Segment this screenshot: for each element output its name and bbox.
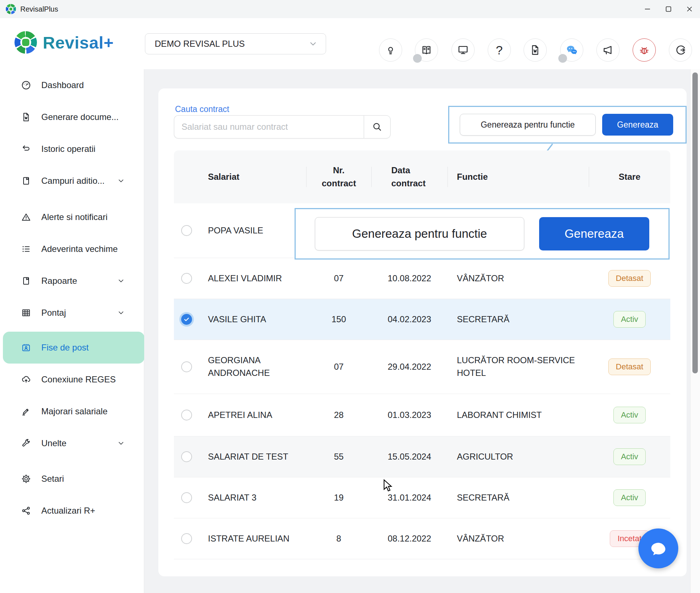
status-badge: Detasat	[608, 270, 651, 287]
sidebar-item-label: Adeverinta vechime	[41, 244, 118, 254]
actions-callout: Genereaza pentru functie Genereaza	[448, 106, 687, 144]
close-icon	[686, 5, 693, 13]
badge-icon	[21, 343, 31, 353]
chevron-down-icon	[308, 39, 318, 49]
sidebar-item-setari[interactable]: Setari	[0, 463, 144, 495]
list-icon	[21, 244, 31, 254]
sidebar-item-generare-docume[interactable]: Generare docume...	[0, 101, 144, 133]
table-row[interactable]: SALARIAT 3 19 31.01.2024 SECRETARĂ Activ	[174, 477, 670, 518]
notebook-icon	[21, 276, 31, 286]
table-header: Salariat Nr. contract Data contract Func…	[174, 150, 670, 203]
help-glyph: ?	[496, 43, 503, 57]
contracts-card: Cauta contract Genereaza pentru functie …	[158, 88, 687, 576]
docw-icon	[21, 112, 31, 122]
lightbulb-icon[interactable]	[379, 38, 402, 62]
table-row[interactable]: SALARIAT DE TEST 55 15.05.2024 AGRICULTO…	[174, 436, 670, 477]
table-row[interactable]: APETREI ALINA 28 01.03.2023 LABORANT CHI…	[174, 394, 670, 436]
table-row[interactable]: VASILE GHITA 150 04.02.2023 SECRETARĂ Ac…	[174, 299, 670, 340]
row-checkbox[interactable]	[181, 533, 192, 544]
revisal-logo-text: Revisal+	[43, 33, 114, 53]
employee-name: APETREI ALINA	[199, 409, 306, 422]
report-bug-icon[interactable]	[633, 38, 656, 62]
sidebar-item-conexiune-reges[interactable]: Conexiune REGES	[0, 364, 144, 395]
search-button[interactable]	[364, 115, 391, 138]
maximize-icon	[665, 5, 672, 13]
monitor-icon[interactable]	[451, 38, 475, 62]
sidebar-item-dashboard[interactable]: Dashboard	[0, 69, 144, 101]
brand: Revisal+	[14, 31, 114, 54]
employee-function: VÂNZĂTOR	[447, 272, 589, 285]
gear-icon	[21, 474, 31, 484]
chat-fab-button[interactable]	[638, 528, 678, 568]
sidebar-item-label: Istoric operatii	[41, 144, 95, 154]
row-checkbox[interactable]	[181, 361, 192, 372]
scrollbar-track[interactable]	[690, 69, 700, 593]
logout-icon[interactable]	[669, 38, 692, 62]
generate-button[interactable]: Genereaza	[602, 114, 673, 136]
sidebar-item-label: Alerte si notificari	[41, 212, 108, 222]
status-badge: Activ	[613, 311, 646, 328]
minimize-button[interactable]	[637, 0, 658, 18]
window-title: RevisalPlus	[20, 5, 58, 13]
minimize-icon	[644, 5, 651, 13]
grid-icon	[21, 308, 31, 318]
employee-name: GEORGIANA ANDRONACHE	[199, 354, 306, 380]
sidebar-item-adeverinta-vechime[interactable]: Adeverinta vechime	[0, 233, 144, 265]
sidebar-item-istoric-operatii[interactable]: Istoric operatii	[0, 133, 144, 165]
chevron-down-icon	[117, 309, 125, 317]
generate-button-large[interactable]: Genereaza	[539, 217, 649, 250]
close-button[interactable]	[679, 0, 700, 18]
column-salariat: Salariat	[199, 170, 306, 183]
scrollbar-thumb[interactable]	[692, 72, 698, 373]
table-row[interactable]: ALEXEI VLADIMIR 07 10.08.2022 VÂNZĂTOR D…	[174, 258, 670, 299]
column-data-contract: Data contract	[391, 164, 428, 190]
table-row[interactable]: ISTRATE AURELIAN 8 08.12.2022 VÂNZĂTOR I…	[174, 518, 670, 559]
table-row[interactable]: MANAGER DESTINATIE	[174, 559, 670, 576]
row-checkbox[interactable]	[181, 492, 192, 503]
warning-icon	[21, 212, 31, 222]
employee-name: SALARIAT 3	[199, 492, 306, 504]
contract-number: 8	[306, 534, 371, 544]
contract-number: 19	[306, 493, 371, 503]
app-header: Revisal+ DEMO REVISAL PLUS ?	[0, 18, 700, 69]
sidebar-item-rapoarte[interactable]: Rapoarte	[0, 265, 144, 297]
employee-function: MANAGER DESTINATIE	[447, 573, 589, 576]
company-dropdown[interactable]: DEMO REVISAL PLUS	[145, 33, 326, 54]
row-checkbox[interactable]	[181, 451, 192, 462]
chat-icon[interactable]	[560, 38, 583, 62]
sidebar-item-label: Fise de post	[41, 343, 89, 353]
row-checkbox[interactable]	[181, 314, 192, 325]
contract-number: 28	[306, 410, 371, 420]
table-row[interactable]: GEORGIANA ANDRONACHE 07 29.04.2022 LUCRĂ…	[174, 340, 670, 394]
manual-book-icon[interactable]	[415, 38, 438, 62]
contract-date: 10.08.2022	[371, 273, 447, 283]
contract-date: 29.04.2022	[371, 362, 447, 372]
sidebar-item-label: Actualizari R+	[41, 506, 95, 516]
generate-for-function-button-large[interactable]: Genereaza pentru functie	[315, 217, 524, 250]
gauge-icon	[21, 80, 31, 90]
column-stare: Stare	[589, 170, 670, 183]
pen-icon	[21, 406, 31, 416]
row-checkbox[interactable]	[181, 225, 192, 236]
sidebar-item-alerte-si-notificari[interactable]: Alerte si notificari	[0, 201, 144, 233]
sidebar-item-actualizari-r[interactable]: Actualizari R+	[0, 495, 144, 527]
sidebar-item-pontaj[interactable]: Pontaj	[0, 297, 144, 329]
status-badge: Activ	[613, 448, 646, 465]
row-checkbox[interactable]	[181, 273, 192, 284]
sidebar-item-fise-de-post[interactable]: Fise de post	[3, 332, 145, 364]
sidebar-item-label: Setari	[41, 474, 64, 484]
sidebar-item-majorari-salariale[interactable]: Majorari salariale	[0, 395, 144, 427]
search-input[interactable]	[174, 115, 364, 138]
row-checkbox[interactable]	[181, 410, 192, 420]
sidebar-item-unelte[interactable]: Unelte	[0, 427, 144, 459]
maximize-button[interactable]	[658, 0, 679, 18]
employee-function: SECRETARĂ	[447, 492, 589, 504]
contract-date: 15.05.2024	[371, 452, 447, 462]
word-document-icon[interactable]	[524, 38, 547, 62]
help-icon[interactable]: ?	[488, 38, 511, 62]
status-badge: Activ	[613, 407, 646, 423]
sidebar-item-campuri-aditio[interactable]: Campuri aditio...	[0, 165, 144, 197]
generate-for-function-button[interactable]: Genereaza pentru functie	[460, 114, 596, 136]
chevron-down-icon	[117, 439, 125, 447]
announcement-icon[interactable]	[596, 38, 620, 62]
